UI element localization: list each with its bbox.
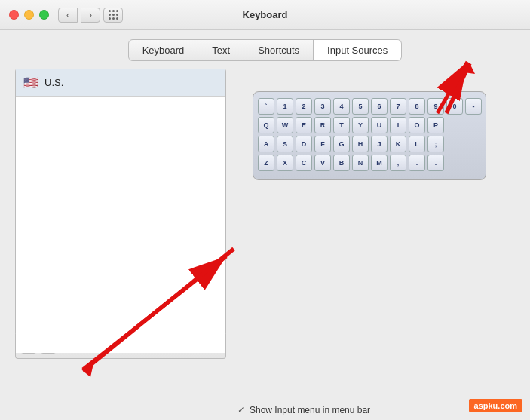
key-backtick: `: [258, 98, 274, 115]
key-k: K: [390, 136, 406, 152]
key-y: Y: [352, 117, 369, 133]
key-6: 6: [371, 98, 388, 115]
key-p: P: [427, 117, 444, 133]
key-h: H: [352, 136, 369, 152]
keyboard-row-2: Q W E R T Y U I O P: [258, 117, 481, 133]
key-r: R: [314, 117, 331, 133]
key-9: 9: [427, 98, 444, 115]
key-t: T: [333, 117, 350, 133]
checkbox-check: ✓: [237, 405, 245, 415]
flag-icon: 🇺🇸: [23, 75, 38, 90]
key-g: G: [333, 136, 350, 152]
tab-input-sources[interactable]: Input Sources: [314, 39, 402, 61]
nav-buttons: ‹ ›: [58, 8, 100, 23]
key-v: V: [314, 155, 331, 171]
grid-icon: [109, 10, 118, 20]
list-empty-area: [16, 97, 225, 353]
key-slash: .: [427, 155, 444, 171]
tab-shortcuts[interactable]: Shortcuts: [244, 39, 314, 61]
key-x: X: [277, 155, 293, 171]
key-semicolon: ;: [427, 136, 444, 152]
key-0: 0: [446, 98, 463, 115]
show-input-menu-label: Show Input menu in menu bar: [250, 405, 370, 415]
maximize-button[interactable]: [39, 10, 49, 20]
key-period: .: [409, 155, 425, 171]
keyboard-preview-panel: ` 1 2 3 4 5 6 7 8 9 0 - Q W E R T Y: [237, 69, 515, 415]
keyboard-row-1: ` 1 2 3 4 5 6 7 8 9 0 -: [258, 98, 481, 115]
watermark: aspku.com: [469, 399, 522, 412]
key-b: B: [333, 155, 350, 171]
window-title: Keyboard: [243, 9, 288, 20]
key-d: D: [296, 136, 312, 152]
key-n: N: [352, 155, 369, 171]
key-5: 5: [352, 98, 369, 115]
key-8: 8: [409, 98, 425, 115]
tab-text[interactable]: Text: [198, 39, 244, 61]
keyboard-row-4: Z X C V B N M , . .: [258, 155, 481, 171]
back-button[interactable]: ‹: [58, 8, 78, 23]
keyboard-row-3: A S D F G H J K L ;: [258, 136, 481, 152]
traffic-lights: [9, 10, 49, 20]
key-4: 4: [333, 98, 350, 115]
key-e: E: [296, 117, 312, 133]
key-minus: -: [465, 98, 482, 115]
key-7: 7: [390, 98, 406, 115]
titlebar: ‹ › Keyboard: [0, 0, 530, 30]
key-c: C: [296, 155, 312, 171]
key-1: 1: [277, 98, 293, 115]
key-s: S: [277, 136, 293, 152]
list-item[interactable]: 🇺🇸 U.S.: [16, 69, 225, 97]
key-comma: ,: [390, 155, 406, 171]
key-u: U: [371, 117, 388, 133]
tab-keyboard[interactable]: Keyboard: [128, 39, 199, 61]
list-item-label: U.S.: [44, 77, 63, 88]
key-q: Q: [258, 117, 274, 133]
input-sources-list: 🇺🇸 U.S.: [15, 69, 226, 333]
forward-button[interactable]: ›: [81, 8, 100, 23]
minimize-button[interactable]: [24, 10, 34, 20]
grid-button[interactable]: [103, 8, 123, 23]
key-a: A: [258, 136, 274, 152]
key-z: Z: [258, 155, 274, 171]
key-m: M: [371, 155, 388, 171]
key-j: J: [371, 136, 388, 152]
tabbar: Keyboard Text Shortcuts Input Sources: [0, 30, 530, 61]
close-button[interactable]: [9, 10, 19, 20]
key-f: F: [314, 136, 331, 152]
key-i: I: [390, 117, 406, 133]
key-3: 3: [314, 98, 331, 115]
keyboard-preview: ` 1 2 3 4 5 6 7 8 9 0 - Q W E R T Y: [253, 91, 486, 180]
key-l: L: [409, 136, 425, 152]
key-2: 2: [296, 98, 312, 115]
key-o: O: [409, 117, 425, 133]
key-w: W: [277, 117, 293, 133]
